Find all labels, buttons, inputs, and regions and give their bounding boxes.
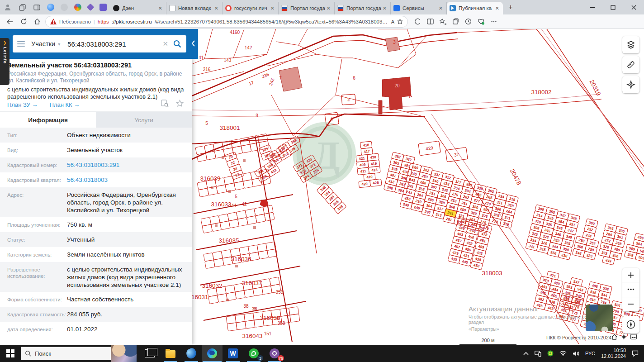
tab-close-icon[interactable]: ✕: [157, 5, 163, 11]
info-row-value-link[interactable]: 56:43:0318003: [67, 176, 187, 187]
screenshot-icon[interactable]: [630, 334, 637, 340]
language-indicator[interactable]: РУС: [585, 351, 595, 356]
home-view-icon[interactable]: [611, 334, 617, 340]
taskbar-edge-icon[interactable]: [202, 345, 223, 362]
search-category-select[interactable]: Участки ▾: [31, 40, 60, 48]
zoom-out-button[interactable]: [622, 297, 639, 311]
basemap-thumbnail[interactable]: [586, 305, 613, 331]
panel-tabs: Информация Услуги: [0, 111, 192, 128]
info-row: Адрес:Российская Федерация, Оренбургская…: [0, 187, 192, 217]
star-icon[interactable]: [176, 100, 184, 107]
parcel-label: 143: [224, 58, 232, 63]
maximize-button[interactable]: [602, 0, 623, 14]
small-building: [215, 224, 218, 227]
antivirus-icon[interactable]: [547, 350, 554, 357]
parcel-label: 353: [276, 290, 284, 295]
viber-badge: 76: [278, 355, 284, 361]
tab-close-icon[interactable]: ✕: [326, 5, 331, 11]
home-icon[interactable]: [32, 16, 43, 27]
news-widget-button[interactable]: [111, 345, 137, 362]
info-row-label: Статус:: [7, 236, 67, 247]
start-button[interactable]: [0, 345, 21, 362]
pinned-extension-grid-icon[interactable]: [99, 4, 107, 11]
taskbar-file-explorer-icon[interactable]: [160, 345, 181, 362]
url-field[interactable]: Небезопасно | https://pkk.rosreestr.ru/#…: [45, 16, 408, 28]
plan-zu-link[interactable]: План ЗУ →: [7, 101, 38, 108]
settings-menu-icon[interactable]: [491, 19, 497, 25]
pinned-extension-gray-icon[interactable]: [61, 4, 68, 11]
search-input[interactable]: [66, 40, 158, 48]
split-screen-icon[interactable]: [427, 18, 434, 25]
reload-icon[interactable]: [18, 16, 29, 27]
history-icon[interactable]: [465, 18, 472, 25]
tab-close-icon[interactable]: ✕: [270, 5, 275, 11]
tray-time: 10:58: [601, 348, 626, 353]
browser-tab[interactable]: Публичная ка✕: [447, 2, 503, 14]
browser-essentials-icon[interactable]: [478, 18, 485, 25]
locate-me-button[interactable]: [622, 316, 639, 333]
clear-search-icon[interactable]: ✕: [162, 40, 168, 48]
collections-icon[interactable]: [452, 18, 459, 25]
doc-search-icon[interactable]: [161, 100, 169, 107]
taskbar-viber-icon[interactable]: 76: [264, 345, 285, 362]
pinned-extension-color-icon[interactable]: [74, 4, 81, 11]
taskbar-search-box[interactable]: Поиск: [21, 347, 111, 360]
parcel-address-subtitle: Российская Федерация, Оренбургская облас…: [7, 71, 185, 84]
favorites-hub-icon[interactable]: [440, 18, 446, 25]
phone-link-icon[interactable]: [535, 351, 541, 357]
search-submit-icon[interactable]: [173, 39, 182, 48]
clock[interactable]: 10:58 12.01.2024: [601, 348, 626, 359]
new-tab-button[interactable]: +: [505, 1, 516, 13]
taskbar-word-icon[interactable]: W: [223, 345, 243, 362]
browser-tab[interactable]: Новая вкладк✕: [166, 2, 223, 14]
panel-collapse-icon[interactable]: [191, 40, 195, 47]
measure-ruler-button[interactable]: [622, 56, 639, 73]
favorite-star-icon[interactable]: [397, 19, 403, 24]
building-footprint: [385, 37, 400, 52]
pinned-extension-diamond-icon[interactable]: [87, 4, 95, 11]
back-icon[interactable]: [5, 16, 15, 27]
small-building: [253, 226, 256, 229]
coordinates-button[interactable]: [622, 76, 639, 93]
sidebar-toggle-icon[interactable]: [33, 3, 41, 11]
browser-tab[interactable]: Портал госуда✕: [335, 2, 391, 14]
tab-information[interactable]: Информация: [0, 112, 96, 128]
info-row-label: дата определения:: [7, 325, 67, 337]
copilot-icon[interactable]: [414, 18, 421, 25]
layers-button[interactable]: [622, 36, 639, 53]
tab-close-icon[interactable]: ✕: [494, 5, 500, 11]
close-window-button[interactable]: [623, 0, 644, 14]
tab-actions-icon[interactable]: [18, 3, 26, 11]
compass-icon[interactable]: [621, 334, 627, 340]
wifi-icon[interactable]: [559, 351, 567, 356]
taskbar-task-view-icon[interactable]: [139, 345, 160, 362]
zoom-levels-button[interactable]: [622, 282, 639, 297]
menu-icon[interactable]: [17, 41, 25, 47]
small-building: [243, 159, 246, 162]
volume-icon[interactable]: [573, 351, 579, 357]
browser-tab[interactable]: Портал госуда✕: [279, 2, 335, 14]
browser-tab[interactable]: госуслуги лич✕: [223, 2, 279, 14]
profile-icon[interactable]: [4, 3, 12, 11]
browser-tab[interactable]: Сервисы✕: [391, 2, 447, 14]
read-aloud-icon[interactable]: A: [391, 19, 394, 24]
tab-services[interactable]: Услуги: [96, 112, 192, 128]
tray-expand-icon[interactable]: [523, 352, 529, 355]
info-row-value: 750 кв. м: [67, 221, 187, 232]
tab-close-icon[interactable]: ✕: [382, 5, 388, 11]
notification-center-icon[interactable]: [632, 350, 639, 357]
pinned-extension-globe-icon[interactable]: [47, 4, 54, 11]
zoom-in-button[interactable]: [622, 268, 639, 282]
browser-tab[interactable]: Дзен✕: [110, 2, 166, 14]
taskbar-photos-icon[interactable]: [181, 345, 202, 362]
info-row-value-link[interactable]: 56:43:0318003:291: [67, 161, 187, 172]
minimize-button[interactable]: [582, 0, 602, 14]
parcel-number: 420: [361, 182, 368, 186]
plan-kk-link[interactable]: План КК →: [50, 101, 80, 108]
tab-close-icon[interactable]: ✕: [438, 5, 444, 11]
taskbar-whatsapp-icon[interactable]: 3: [243, 345, 264, 362]
info-row: Кадастровый номер:56:43:0318003:291: [0, 157, 192, 172]
tab-close-icon[interactable]: ✕: [213, 5, 219, 11]
info-row-label: Кадастровый номер:: [7, 161, 67, 172]
letinfo-extension-tab[interactable]: ❯ LetInfo: [0, 38, 9, 85]
